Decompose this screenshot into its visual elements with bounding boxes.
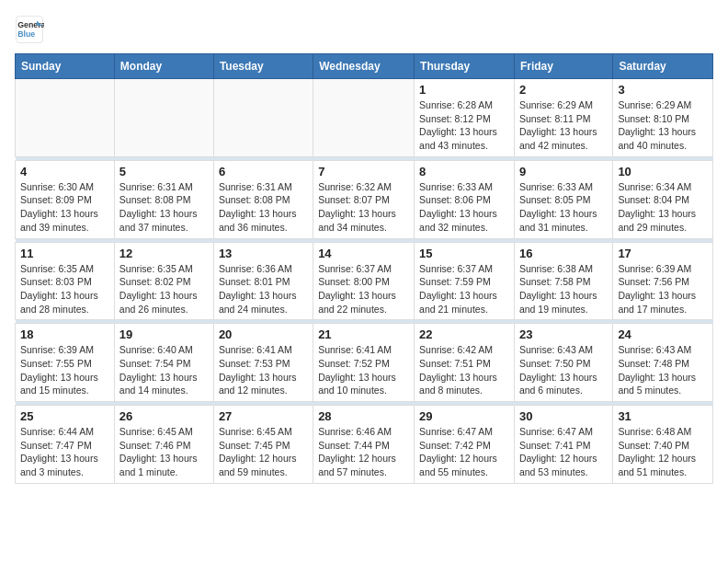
day-cell: 3Sunrise: 6:29 AM Sunset: 8:10 PM Daylig… — [613, 79, 713, 157]
day-number: 24 — [618, 327, 708, 341]
day-cell: 6Sunrise: 6:31 AM Sunset: 8:08 PM Daylig… — [213, 160, 313, 238]
day-info: Sunrise: 6:48 AM Sunset: 7:40 PM Dayligh… — [618, 425, 708, 479]
day-number: 19 — [119, 327, 209, 341]
day-info: Sunrise: 6:47 AM Sunset: 7:41 PM Dayligh… — [519, 425, 608, 479]
col-header-monday: Monday — [114, 54, 213, 79]
day-info: Sunrise: 6:36 AM Sunset: 8:01 PM Dayligh… — [219, 262, 308, 316]
day-info: Sunrise: 6:35 AM Sunset: 8:03 PM Dayligh… — [20, 262, 109, 316]
day-number: 5 — [119, 165, 209, 178]
col-header-wednesday: Wednesday — [313, 54, 415, 79]
day-cell: 21Sunrise: 6:41 AM Sunset: 7:52 PM Dayli… — [313, 324, 415, 402]
day-cell: 26Sunrise: 6:45 AM Sunset: 7:46 PM Dayli… — [114, 406, 213, 484]
day-number: 10 — [618, 165, 708, 178]
day-info: Sunrise: 6:34 AM Sunset: 8:04 PM Dayligh… — [618, 180, 708, 235]
day-number: 27 — [219, 409, 308, 423]
day-number: 18 — [20, 327, 109, 341]
day-info: Sunrise: 6:46 AM Sunset: 7:44 PM Dayligh… — [318, 425, 409, 479]
day-info: Sunrise: 6:29 AM Sunset: 8:11 PM Dayligh… — [519, 98, 608, 153]
day-info: Sunrise: 6:29 AM Sunset: 8:10 PM Dayligh… — [618, 98, 708, 153]
day-cell: 18Sunrise: 6:39 AM Sunset: 7:55 PM Dayli… — [16, 324, 115, 402]
svg-text:Blue: Blue — [17, 29, 35, 39]
day-info: Sunrise: 6:41 AM Sunset: 7:53 PM Dayligh… — [219, 343, 308, 397]
day-info: Sunrise: 6:39 AM Sunset: 7:55 PM Dayligh… — [20, 343, 109, 397]
col-header-saturday: Saturday — [613, 54, 713, 79]
day-number: 2 — [519, 83, 608, 97]
calendar-table: SundayMondayTuesdayWednesdayThursdayFrid… — [15, 53, 713, 484]
day-number: 31 — [618, 409, 708, 423]
logo: General Blue — [15, 15, 48, 44]
day-cell: 13Sunrise: 6:36 AM Sunset: 8:01 PM Dayli… — [213, 242, 313, 320]
day-cell: 16Sunrise: 6:38 AM Sunset: 7:58 PM Dayli… — [514, 242, 612, 320]
page-header: General Blue — [15, 15, 713, 44]
day-number: 15 — [419, 247, 509, 260]
day-number: 11 — [20, 247, 109, 260]
day-cell: 8Sunrise: 6:33 AM Sunset: 8:06 PM Daylig… — [415, 160, 515, 238]
day-number: 21 — [318, 327, 409, 341]
day-cell: 12Sunrise: 6:35 AM Sunset: 8:02 PM Dayli… — [114, 242, 213, 320]
day-number: 29 — [419, 409, 509, 423]
day-number: 9 — [519, 165, 608, 178]
day-cell: 25Sunrise: 6:44 AM Sunset: 7:47 PM Dayli… — [16, 406, 115, 484]
day-cell — [213, 79, 313, 157]
day-number: 23 — [519, 327, 608, 341]
day-info: Sunrise: 6:43 AM Sunset: 7:50 PM Dayligh… — [519, 343, 608, 397]
day-cell: 22Sunrise: 6:42 AM Sunset: 7:51 PM Dayli… — [415, 324, 515, 402]
day-info: Sunrise: 6:37 AM Sunset: 8:00 PM Dayligh… — [318, 262, 409, 316]
day-cell: 29Sunrise: 6:47 AM Sunset: 7:42 PM Dayli… — [415, 406, 515, 484]
day-info: Sunrise: 6:40 AM Sunset: 7:54 PM Dayligh… — [119, 343, 209, 397]
day-number: 28 — [318, 409, 409, 423]
col-header-tuesday: Tuesday — [213, 54, 313, 79]
day-info: Sunrise: 6:39 AM Sunset: 7:56 PM Dayligh… — [618, 262, 708, 316]
day-number: 3 — [618, 83, 708, 97]
day-number: 16 — [519, 247, 608, 260]
day-cell: 24Sunrise: 6:43 AM Sunset: 7:48 PM Dayli… — [613, 324, 713, 402]
col-header-sunday: Sunday — [16, 54, 115, 79]
day-info: Sunrise: 6:35 AM Sunset: 8:02 PM Dayligh… — [119, 262, 209, 316]
day-cell: 28Sunrise: 6:46 AM Sunset: 7:44 PM Dayli… — [313, 406, 415, 484]
day-number: 17 — [618, 247, 708, 260]
day-cell: 1Sunrise: 6:28 AM Sunset: 8:12 PM Daylig… — [415, 79, 515, 157]
day-cell — [16, 79, 115, 157]
day-cell: 4Sunrise: 6:30 AM Sunset: 8:09 PM Daylig… — [16, 160, 115, 238]
day-info: Sunrise: 6:28 AM Sunset: 8:12 PM Dayligh… — [419, 98, 509, 153]
day-number: 20 — [219, 327, 308, 341]
day-number: 26 — [119, 409, 209, 423]
day-info: Sunrise: 6:33 AM Sunset: 8:06 PM Dayligh… — [419, 180, 509, 235]
day-info: Sunrise: 6:30 AM Sunset: 8:09 PM Dayligh… — [20, 180, 109, 235]
day-cell: 2Sunrise: 6:29 AM Sunset: 8:11 PM Daylig… — [514, 79, 612, 157]
day-info: Sunrise: 6:45 AM Sunset: 7:45 PM Dayligh… — [219, 425, 308, 479]
col-header-friday: Friday — [514, 54, 612, 79]
day-number: 30 — [519, 409, 608, 423]
day-info: Sunrise: 6:37 AM Sunset: 7:59 PM Dayligh… — [419, 262, 509, 316]
day-cell: 31Sunrise: 6:48 AM Sunset: 7:40 PM Dayli… — [613, 406, 713, 484]
day-cell: 9Sunrise: 6:33 AM Sunset: 8:05 PM Daylig… — [514, 160, 612, 238]
day-cell: 5Sunrise: 6:31 AM Sunset: 8:08 PM Daylig… — [114, 160, 213, 238]
day-info: Sunrise: 6:41 AM Sunset: 7:52 PM Dayligh… — [318, 343, 409, 397]
logo-icon: General Blue — [15, 15, 44, 44]
day-cell — [114, 79, 213, 157]
day-cell — [313, 79, 415, 157]
day-cell: 17Sunrise: 6:39 AM Sunset: 7:56 PM Dayli… — [613, 242, 713, 320]
col-header-thursday: Thursday — [415, 54, 515, 79]
day-number: 6 — [219, 165, 308, 178]
week-row-5: 25Sunrise: 6:44 AM Sunset: 7:47 PM Dayli… — [16, 406, 713, 484]
day-info: Sunrise: 6:38 AM Sunset: 7:58 PM Dayligh… — [519, 262, 608, 316]
day-number: 7 — [318, 165, 409, 178]
day-cell: 7Sunrise: 6:32 AM Sunset: 8:07 PM Daylig… — [313, 160, 415, 238]
day-number: 13 — [219, 247, 308, 260]
day-info: Sunrise: 6:44 AM Sunset: 7:47 PM Dayligh… — [20, 425, 109, 479]
day-cell: 10Sunrise: 6:34 AM Sunset: 8:04 PM Dayli… — [613, 160, 713, 238]
day-number: 12 — [119, 247, 209, 260]
day-info: Sunrise: 6:31 AM Sunset: 8:08 PM Dayligh… — [119, 180, 209, 235]
day-info: Sunrise: 6:42 AM Sunset: 7:51 PM Dayligh… — [419, 343, 509, 397]
day-info: Sunrise: 6:47 AM Sunset: 7:42 PM Dayligh… — [419, 425, 509, 479]
week-row-3: 11Sunrise: 6:35 AM Sunset: 8:03 PM Dayli… — [16, 242, 713, 320]
day-cell: 30Sunrise: 6:47 AM Sunset: 7:41 PM Dayli… — [514, 406, 612, 484]
day-cell: 27Sunrise: 6:45 AM Sunset: 7:45 PM Dayli… — [213, 406, 313, 484]
week-row-1: 1Sunrise: 6:28 AM Sunset: 8:12 PM Daylig… — [16, 79, 713, 157]
day-number: 14 — [318, 247, 409, 260]
week-row-4: 18Sunrise: 6:39 AM Sunset: 7:55 PM Dayli… — [16, 324, 713, 402]
day-number: 22 — [419, 327, 509, 341]
day-info: Sunrise: 6:45 AM Sunset: 7:46 PM Dayligh… — [119, 425, 209, 479]
header-row: SundayMondayTuesdayWednesdayThursdayFrid… — [16, 54, 713, 79]
